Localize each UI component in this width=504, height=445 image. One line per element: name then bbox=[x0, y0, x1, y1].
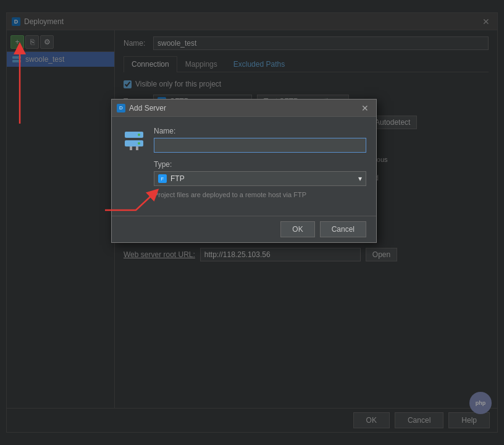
svg-point-6 bbox=[138, 134, 140, 136]
dialog-type-desc: Project files are deployed to a remote h… bbox=[154, 191, 366, 198]
dialog-buttons: OK Cancel bbox=[112, 216, 376, 242]
svg-rect-5 bbox=[125, 140, 143, 146]
dialog-type-label: Type: bbox=[154, 160, 366, 169]
ftp-icon: F bbox=[158, 174, 167, 183]
dialog-ok-button[interactable]: OK bbox=[280, 221, 314, 237]
dialog-name-input[interactable] bbox=[154, 138, 366, 153]
svg-point-7 bbox=[138, 142, 140, 145]
dialog-name-label: Name: bbox=[154, 127, 366, 135]
dialog-dropdown-arrow-icon: ▾ bbox=[358, 174, 362, 183]
add-server-dialog: D Add Server ✕ Name: bbox=[111, 99, 377, 243]
dialog-type-select[interactable]: F FTP ▾ bbox=[154, 171, 366, 186]
svg-rect-9 bbox=[136, 146, 138, 150]
dialog-type-value: FTP bbox=[170, 174, 185, 183]
dialog-form: Name: Type: F FTP ▾ Project files are de… bbox=[154, 127, 366, 206]
dialog-body: Name: Type: F FTP ▾ Project files are de… bbox=[112, 117, 376, 216]
dialog-icon: D bbox=[117, 104, 125, 112]
svg-rect-4 bbox=[125, 132, 143, 138]
dialog-title-left: D Add Server bbox=[117, 104, 166, 112]
dialog-title: Add Server bbox=[129, 104, 166, 112]
dialog-server-icon-area bbox=[122, 127, 146, 151]
dialog-select-inner: F FTP bbox=[158, 174, 185, 183]
dialog-cancel-button[interactable]: Cancel bbox=[320, 221, 366, 237]
dialog-close-button[interactable]: ✕ bbox=[359, 102, 371, 114]
svg-rect-8 bbox=[130, 146, 132, 150]
dialog-title-bar: D Add Server ✕ bbox=[112, 100, 376, 117]
dialog-type-row: Type: F FTP ▾ bbox=[154, 160, 366, 186]
dialog-name-row: Name: bbox=[154, 127, 366, 153]
